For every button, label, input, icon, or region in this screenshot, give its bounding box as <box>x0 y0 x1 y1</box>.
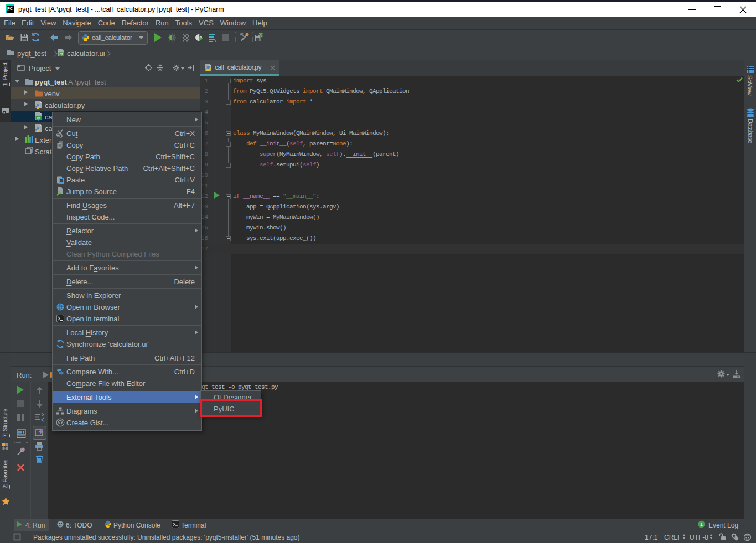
svg-text:qt: qt <box>37 116 41 121</box>
svg-text:qt: qt <box>60 52 63 56</box>
svg-text:1: 1 <box>700 521 703 527</box>
